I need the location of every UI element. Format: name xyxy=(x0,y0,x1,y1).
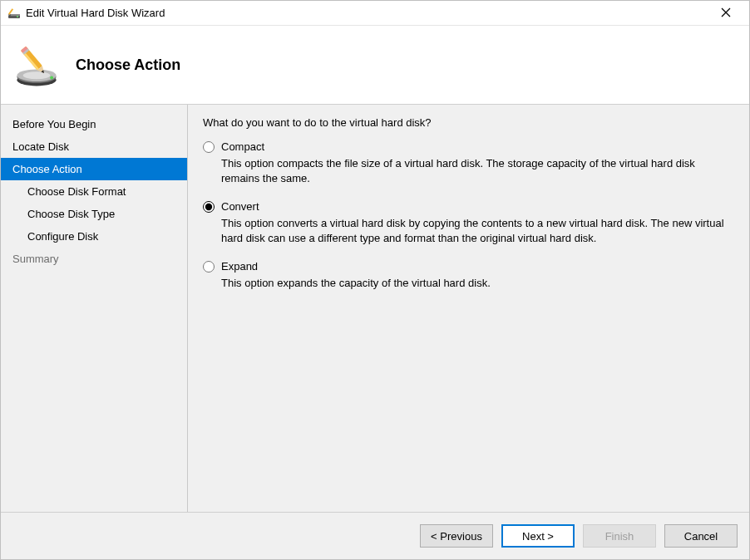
sidebar-item-summary[interactable]: Summary xyxy=(1,248,187,270)
radio-convert[interactable] xyxy=(203,201,215,213)
sidebar-item-label: Choose Disk Type xyxy=(27,208,115,220)
radio-compact[interactable] xyxy=(203,141,215,153)
svg-rect-3 xyxy=(8,8,13,15)
sidebar-item-choose-action[interactable]: Choose Action xyxy=(1,158,187,180)
sidebar-item-choose-disk-type[interactable]: Choose Disk Type xyxy=(1,203,187,225)
sidebar-item-choose-disk-format[interactable]: Choose Disk Format xyxy=(1,180,187,203)
sidebar-item-label: Configure Disk xyxy=(27,230,98,243)
sidebar-item-label: Choose Action xyxy=(12,163,82,175)
wizard-header: Choose Action xyxy=(1,26,749,105)
sidebar-item-before-you-begin[interactable]: Before You Begin xyxy=(1,113,187,135)
sidebar-item-label: Before You Begin xyxy=(12,118,96,130)
option-compact: CompactThis option compacts the file siz… xyxy=(203,140,734,185)
cancel-button[interactable]: Cancel xyxy=(664,524,738,548)
svg-point-2 xyxy=(17,16,18,17)
option-description: This option converts a virtual hard disk… xyxy=(221,216,734,245)
option-convert: ConvertThis option converts a virtual ha… xyxy=(203,200,734,245)
option-label: Compact xyxy=(221,140,264,153)
previous-button[interactable]: < Previous xyxy=(420,524,493,548)
wizard-content: What do you want to do to the virtual ha… xyxy=(188,105,749,512)
wizard-window: Edit Virtual Hard Disk Wizard xyxy=(0,0,750,560)
window-title: Edit Virtual Hard Disk Wizard xyxy=(26,7,709,19)
sidebar-item-configure-disk[interactable]: Configure Disk xyxy=(1,225,187,248)
app-icon xyxy=(7,7,21,20)
action-options: CompactThis option compacts the file siz… xyxy=(203,140,734,291)
svg-point-10 xyxy=(23,71,51,79)
option-compact-row[interactable]: Compact xyxy=(203,140,734,153)
option-description: This option compacts the file size of a … xyxy=(221,156,734,185)
finish-button: Finish xyxy=(583,524,656,548)
button-bar: < Previous Next > Finish Cancel xyxy=(1,512,749,559)
sidebar-item-label: Summary xyxy=(12,253,59,265)
action-question: What do you want to do to the virtual ha… xyxy=(203,116,734,129)
option-expand-row[interactable]: Expand xyxy=(203,260,734,273)
close-button[interactable] xyxy=(709,2,743,25)
wizard-sidebar: Before You BeginLocate DiskChoose Action… xyxy=(1,105,188,512)
sidebar-item-locate-disk[interactable]: Locate Disk xyxy=(1,135,187,158)
close-icon xyxy=(721,7,731,17)
option-label: Expand xyxy=(221,260,258,273)
titlebar: Edit Virtual Hard Disk Wizard xyxy=(1,1,749,26)
sidebar-item-label: Locate Disk xyxy=(12,140,69,153)
radio-expand[interactable] xyxy=(203,261,215,273)
next-button[interactable]: Next > xyxy=(501,524,575,548)
wizard-body: Before You BeginLocate DiskChoose Action… xyxy=(1,105,749,512)
option-expand: ExpandThis option expands the capacity o… xyxy=(203,260,734,291)
option-label: Convert xyxy=(221,200,259,213)
page-title: Choose Action xyxy=(76,56,180,74)
option-description: This option expands the capacity of the … xyxy=(221,276,734,291)
option-convert-row[interactable]: Convert xyxy=(203,200,734,213)
disk-pencil-icon xyxy=(12,41,61,89)
svg-point-11 xyxy=(50,76,53,79)
sidebar-item-label: Choose Disk Format xyxy=(27,185,126,198)
